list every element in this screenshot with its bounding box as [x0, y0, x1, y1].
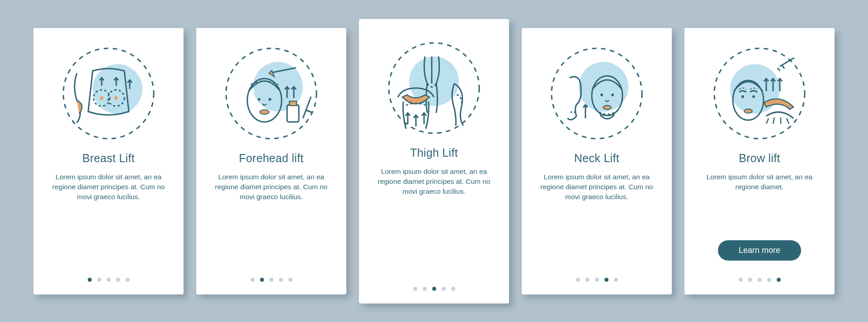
- pagination-dots: [88, 278, 130, 282]
- svg-point-21: [603, 105, 611, 109]
- pagination-dots: [739, 278, 781, 282]
- card-description: Lorem ipsum dolor sit amet, an ea region…: [701, 172, 818, 192]
- svg-point-9: [258, 98, 260, 101]
- dot[interactable]: [288, 278, 292, 282]
- dot[interactable]: [604, 278, 609, 282]
- card-title: Forehead lift: [239, 152, 304, 165]
- card-thigh-lift[interactable]: Thigh Lift Lorem ipsum dolor sit amet, a…: [359, 19, 509, 303]
- dot[interactable]: [748, 278, 752, 282]
- svg-point-19: [600, 93, 603, 96]
- learn-more-button[interactable]: Learn more: [718, 240, 801, 261]
- svg-line-31: [787, 118, 789, 124]
- dot[interactable]: [279, 278, 283, 282]
- card-description: Lorem ipsum dolor sit amet, an ea region…: [50, 172, 167, 202]
- brow-lift-icon: [712, 46, 807, 141]
- dot[interactable]: [595, 278, 599, 282]
- card-description: Lorem ipsum dolor sit amet, an ea region…: [538, 172, 656, 202]
- dot[interactable]: [423, 287, 427, 291]
- dot[interactable]: [413, 287, 417, 291]
- dot[interactable]: [758, 278, 762, 282]
- dot[interactable]: [97, 278, 101, 282]
- onboarding-row: Breast Lift Lorem ipsum dolor sit amet, …: [33, 19, 835, 303]
- svg-rect-12: [287, 105, 299, 122]
- card-description: Lorem ipsum dolor sit amet, an ea region…: [212, 172, 330, 202]
- dot[interactable]: [250, 278, 255, 282]
- neck-lift-icon: [549, 46, 644, 141]
- svg-point-25: [741, 95, 744, 98]
- thigh-lift-icon: [387, 41, 481, 135]
- dot[interactable]: [260, 278, 264, 282]
- dot[interactable]: [107, 278, 111, 282]
- svg-point-20: [611, 93, 614, 96]
- svg-line-29: [773, 117, 774, 124]
- dot[interactable]: [767, 278, 771, 282]
- card-title: Thigh Lift: [410, 146, 458, 159]
- svg-line-28: [766, 118, 769, 124]
- dot[interactable]: [116, 278, 120, 282]
- pagination-dots: [576, 278, 618, 282]
- card-description: Lorem ipsum dolor sit amet, an ea region…: [375, 167, 493, 197]
- svg-point-5: [114, 96, 118, 100]
- svg-rect-13: [289, 101, 297, 106]
- dot[interactable]: [739, 278, 743, 282]
- card-breast-lift[interactable]: Breast Lift Lorem ipsum dolor sit amet, …: [33, 28, 184, 294]
- pagination-dots: [250, 278, 292, 282]
- svg-point-10: [269, 98, 271, 101]
- card-forehead-lift[interactable]: Forehead lift Lorem ipsum dolor sit amet…: [196, 28, 346, 294]
- dot[interactable]: [442, 287, 446, 291]
- card-title: Neck Lift: [574, 152, 619, 165]
- card-neck-lift[interactable]: Neck Lift Lorem ipsum dolor sit amet, an…: [522, 28, 672, 294]
- svg-point-4: [100, 96, 104, 100]
- svg-point-26: [752, 95, 755, 98]
- dot[interactable]: [126, 278, 130, 282]
- dot[interactable]: [585, 278, 590, 282]
- dot[interactable]: [269, 278, 274, 282]
- dot[interactable]: [451, 287, 455, 291]
- pagination-dots: [413, 287, 455, 291]
- card-brow-lift[interactable]: Brow lift Lorem ipsum dolor sit amet, an…: [684, 28, 835, 294]
- breast-lift-icon: [61, 46, 156, 141]
- dot[interactable]: [88, 278, 92, 282]
- svg-point-11: [260, 110, 269, 114]
- card-title: Breast Lift: [82, 152, 135, 165]
- dot[interactable]: [614, 278, 618, 282]
- svg-point-27: [744, 109, 752, 113]
- dot[interactable]: [432, 287, 436, 291]
- card-title: Brow lift: [739, 152, 780, 165]
- dot[interactable]: [777, 278, 781, 282]
- dot[interactable]: [576, 278, 580, 282]
- forehead-lift-icon: [224, 46, 319, 141]
